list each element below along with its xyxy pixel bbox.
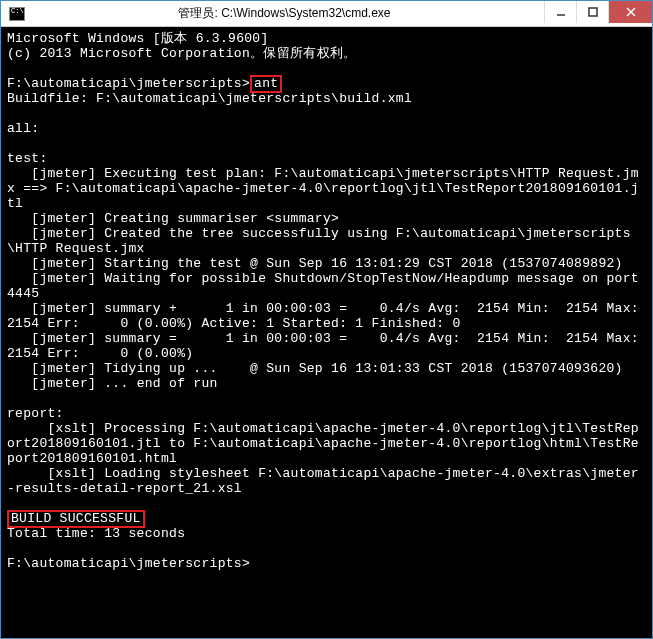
terminal-line: [xslt] Processing F:\automaticapi\apache… — [7, 421, 646, 466]
terminal-line: [jmeter] summary + 1 in 00:00:03 = 0.4/s… — [7, 301, 646, 331]
terminal-line — [7, 106, 646, 121]
terminal-line: test: — [7, 151, 646, 166]
terminal-output[interactable]: Microsoft Windows [版本 6.3.9600](c) 2013 … — [1, 27, 652, 638]
terminal-line — [7, 541, 646, 556]
terminal-line — [7, 496, 646, 511]
prompt: F:\automaticapi\jmeterscripts> — [7, 76, 250, 91]
terminal-line — [7, 136, 646, 151]
terminal-line: (c) 2013 Microsoft Corporation。保留所有权利。 — [7, 46, 646, 61]
terminal-line: F:\automaticapi\jmeterscripts>ant — [7, 76, 646, 91]
terminal-line: Buildfile: F:\automaticapi\jmeterscripts… — [7, 91, 646, 106]
terminal-line — [7, 391, 646, 406]
maximize-button[interactable] — [576, 1, 608, 23]
terminal-line: all: — [7, 121, 646, 136]
window-controls — [544, 1, 652, 26]
terminal-line: [jmeter] summary = 1 in 00:00:03 = 0.4/s… — [7, 331, 646, 361]
window-title: 管理员: C:\Windows\System32\cmd.exe — [25, 5, 544, 22]
terminal-line: [jmeter] ... end of run — [7, 376, 646, 391]
terminal-line: BUILD SUCCESSFUL — [7, 511, 646, 526]
terminal-line: [xslt] Loading stylesheet F:\automaticap… — [7, 466, 646, 496]
terminal-line: [jmeter] Created the tree successfully u… — [7, 226, 646, 256]
terminal-line: [jmeter] Starting the test @ Sun Sep 16 … — [7, 256, 646, 271]
terminal-line: [jmeter] Tidying up ... @ Sun Sep 16 13:… — [7, 361, 646, 376]
cmd-icon: C:\ — [9, 7, 25, 21]
terminal-line: Microsoft Windows [版本 6.3.9600] — [7, 31, 646, 46]
terminal-line: [jmeter] Waiting for possible Shutdown/S… — [7, 271, 646, 301]
terminal-line: F:\automaticapi\jmeterscripts> — [7, 556, 646, 571]
terminal-line: Total time: 13 seconds — [7, 526, 646, 541]
svg-rect-1 — [589, 8, 597, 16]
minimize-button[interactable] — [544, 1, 576, 23]
terminal-line: [jmeter] Executing test plan: F:\automat… — [7, 166, 646, 211]
terminal-line — [7, 61, 646, 76]
titlebar[interactable]: C:\ 管理员: C:\Windows\System32\cmd.exe — [1, 1, 652, 27]
close-button[interactable] — [608, 1, 652, 23]
terminal-line: report: — [7, 406, 646, 421]
cmd-window: C:\ 管理员: C:\Windows\System32\cmd.exe Mic… — [0, 0, 653, 639]
terminal-line: [jmeter] Creating summariser <summary> — [7, 211, 646, 226]
